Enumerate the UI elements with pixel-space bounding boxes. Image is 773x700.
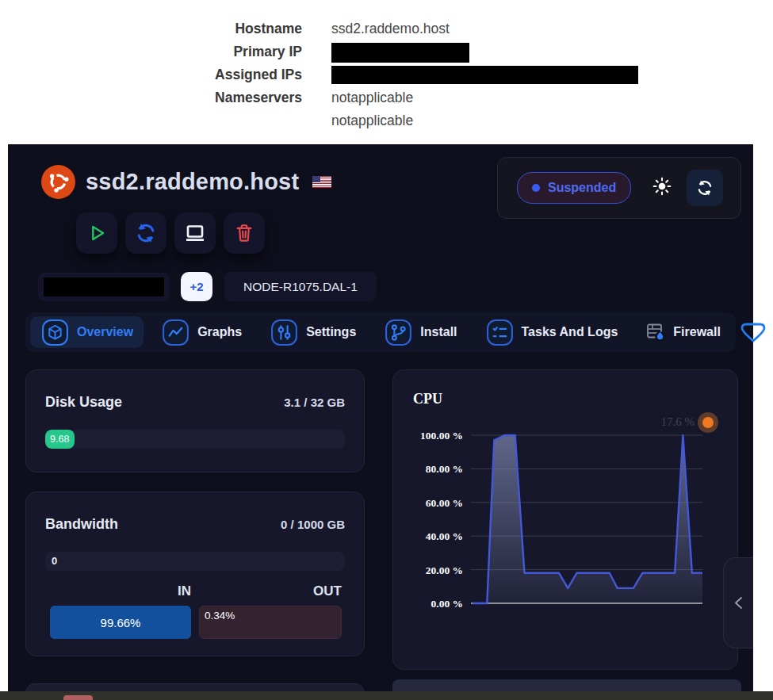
start-button[interactable] [76,212,117,254]
tab-bar: Overview Graphs [25,312,736,352]
tab-settings[interactable]: Settings [259,316,366,348]
server-info-table: Hostname ssd2.raddemo.host Primary IP As… [0,17,638,132]
side-drawer-handle[interactable] [723,557,753,648]
disk-percent-label: 9.68 [50,434,69,445]
firewall-icon [645,322,666,342]
sliders-icon [270,318,299,347]
tab-label: Overview [77,325,133,339]
bandwidth-in-bar: 99.66% [50,606,191,639]
action-buttons [76,212,265,254]
tab-label: Install [420,325,457,339]
panel-header: ssd2.raddemo.host [41,165,331,199]
redaction-box-ip-badge [44,277,164,296]
redaction-box-primary-ip [331,43,469,63]
nameserver-value-1: notapplicable [331,86,413,109]
svg-text:40.00 %: 40.00 % [426,530,463,542]
in-label: IN [50,583,191,599]
info-row-hostname: Hostname ssd2.raddemo.host [0,17,638,40]
refresh-button[interactable] [687,170,723,206]
disk-usage-title: Disk Usage [45,394,122,411]
tab-label: Tasks And Logs [522,325,618,339]
inout-bars: 99.66% 0.34% [50,606,342,639]
tab-firewall[interactable]: Firewall [635,316,731,348]
disk-usage-value: 3.1 / 32 GB [284,396,345,409]
inout-labels: IN OUT [50,583,342,599]
cpu-card: CPU 17.6 % 100.00 %80.00 %60.00 %40.00 %… [392,369,738,670]
assigned-ips-label: Assigned IPs [0,63,302,86]
disk-progress-bar: 9.68 [45,430,345,449]
sun-icon[interactable] [650,174,674,201]
taskbar-icon [63,695,93,700]
line-chart-icon [161,318,190,347]
hostname-label: Hostname [0,17,302,40]
delete-button[interactable] [224,212,265,254]
us-flag-icon [312,176,331,188]
status-label: Suspended [548,181,616,195]
info-row-assigned-ips: Assigned IPs [0,63,638,86]
info-row-nameservers-2: notapplicable [0,109,638,132]
bandwidth-progress-label: 0 [52,552,57,571]
status-badge[interactable]: Suspended [517,172,631,204]
trash-icon [232,221,256,245]
svg-text:100.00 %: 100.00 % [420,430,463,442]
ubuntu-logo-icon [41,165,75,199]
bandwidth-title: Bandwidth [45,516,118,533]
tab-graphs[interactable]: Graphs [151,316,252,348]
console-button[interactable] [174,212,216,254]
reinstall-button[interactable] [125,212,166,254]
heart-icon [738,321,768,343]
bandwidth-progress-bar: 0 [45,552,345,571]
chevron-left-icon [734,596,743,610]
page: Hostname ssd2.raddemo.host Primary IP As… [0,0,773,700]
svg-text:60.00 %: 60.00 % [426,497,463,509]
info-row-primary-ip: Primary IP [0,40,638,63]
bandwidth-out-bar: 0.34% [199,606,342,639]
extra-ips-badge[interactable]: +2 [181,272,212,301]
tab-overview[interactable]: Overview [30,316,144,348]
git-branch-icon [384,318,413,347]
play-icon [85,221,109,245]
primary-ip-badge [38,273,170,301]
bandwidth-card: Bandwidth 0 / 1000 GB 0 IN OUT 99.66% 0.… [25,492,365,656]
cpu-current-value: 17.6 % [661,415,714,429]
svg-text:80.00 %: 80.00 % [426,463,463,475]
redaction-box-assigned-ips [331,66,638,84]
monitor-icon [182,220,208,246]
tab-label: Firewall [673,325,721,339]
bandwidth-usage-value: 0 / 1000 GB [281,518,345,531]
server-panel: ssd2.raddemo.host Suspended [8,144,753,700]
primary-ip-label: Primary IP [0,40,302,63]
out-label: OUT [191,583,342,599]
nameserver-value-2: notapplicable [331,109,413,132]
favorite-button[interactable] [738,321,768,343]
svg-text:20.00 %: 20.00 % [426,564,463,576]
cpu-current-label: 17.6 % [661,415,695,429]
badges-row: +2 NODE-R1075.DAL-1 [38,272,377,301]
refresh-icon [695,178,714,197]
tab-label: Graphs [197,325,242,339]
refresh-icon [134,221,158,245]
cpu-chart-title: CPU [413,391,442,407]
disk-progress-fill: 9.68 [45,430,75,449]
status-dot-icon [532,184,540,192]
status-card: Suspended [497,157,741,219]
tab-tasks-and-logs[interactable]: Tasks And Logs [475,316,629,348]
cube-icon [40,318,70,347]
nameservers-label: Nameservers [0,86,302,109]
node-badge: NODE-R1075.DAL-1 [224,272,377,301]
svg-text:0.00 %: 0.00 % [431,598,464,610]
cpu-chart-svg: 100.00 %80.00 %60.00 %40.00 %20.00 %0.00… [393,413,707,611]
disk-usage-card: Disk Usage 3.1 / 32 GB 9.68 [25,369,365,472]
tab-label: Settings [306,325,356,339]
info-row-nameservers: Nameservers notapplicable [0,86,638,109]
cpu-current-dot-icon [702,417,714,428]
hostname-value: ssd2.raddemo.host [331,17,450,40]
page-title: ssd2.raddemo.host [86,169,299,195]
tab-install[interactable]: Install [373,316,467,348]
taskbar-strip [0,691,773,700]
checklist-icon [485,318,515,347]
